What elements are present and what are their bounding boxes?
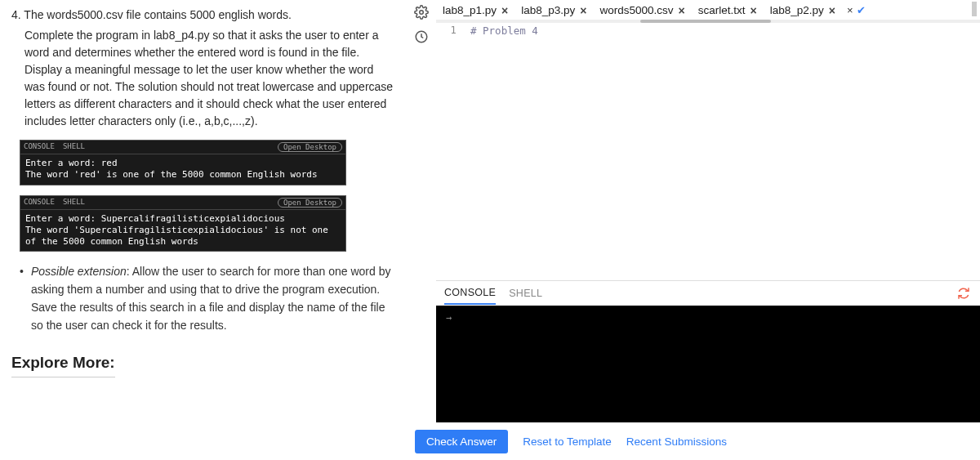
tab-lab8-p3[interactable]: lab8_p3.py× [514,0,593,20]
tab-scarlet[interactable]: scarlet.txt× [692,0,764,20]
code-line: # Problem 4 [470,21,538,280]
gear-icon[interactable] [414,5,429,20]
console-section: CONSOLE SHELL → [436,280,980,422]
action-bar: Check Answer Reset to Template Recent Su… [407,422,980,460]
explore-more-heading: Explore More: [11,354,115,377]
problem-first-line: The words5000.csv file contains 5000 eng… [24,8,292,21]
tab-lab8-p2[interactable]: lab8_p2.py× [764,0,842,20]
open-desktop-badge: Open Desktop [278,142,342,152]
prompt-arrow-icon: → [446,312,452,324]
console-output[interactable]: → [436,306,980,422]
extension-label: Possible extension [31,265,127,278]
terminal-output-2: Enter a word: Supercalifragilisticexpial… [20,210,345,252]
close-icon[interactable]: × [580,4,586,17]
vertical-toolbar [407,0,436,422]
tab-words5000[interactable]: words5000.csv× [594,0,692,20]
refresh-icon[interactable] [957,287,970,300]
console-tab[interactable]: CONSOLE [444,282,496,305]
close-icon[interactable]: × [829,4,835,17]
line-gutter: 1 [436,21,470,280]
shell-tab[interactable]: SHELL [509,283,542,304]
instructions-panel: 4. The words5000.csv file contains 5000 … [0,0,407,460]
problem-body: Complete the program in lab8_p4.py so th… [24,27,395,130]
check-answer-button[interactable]: Check Answer [415,430,508,453]
code-editor[interactable]: 1 # Problem 4 [436,21,980,280]
editor-tabs: lab8_p1.py× lab8_p3.py× words5000.csv× s… [436,0,980,21]
editor-panel: lab8_p1.py× lab8_p3.py× words5000.csv× s… [407,0,980,460]
example-terminal-2: CONSOLE SHELL Open Desktop Enter a word:… [20,195,346,252]
close-all-icon[interactable]: × [847,4,853,16]
example-terminal-1: CONSOLESHELL Open Desktop Enter a word: … [20,140,346,185]
minimap[interactable] [972,2,977,16]
extension-bullet: Possible extension: Allow the user to se… [31,263,395,334]
history-icon[interactable] [414,29,429,44]
close-icon[interactable]: × [501,4,508,17]
reset-template-button[interactable]: Reset to Template [523,435,612,448]
recent-submissions-button[interactable]: Recent Submissions [626,435,727,448]
tab-lab8-p1[interactable]: lab8_p1.py× [436,0,514,20]
svg-point-0 [420,11,424,15]
open-desktop-badge: Open Desktop [278,198,342,208]
problem-number: 4. [11,8,21,21]
check-icon[interactable]: ✔ [857,4,866,16]
tabs-scrollbar[interactable] [436,20,980,23]
close-icon[interactable]: × [751,4,757,17]
close-icon[interactable]: × [679,4,685,17]
editor-area: lab8_p1.py× lab8_p3.py× words5000.csv× s… [436,0,980,422]
problem-statement: 4. The words5000.csv file contains 5000 … [11,7,395,130]
terminal-output-1: Enter a word: red The word 'red' is one … [20,154,345,185]
